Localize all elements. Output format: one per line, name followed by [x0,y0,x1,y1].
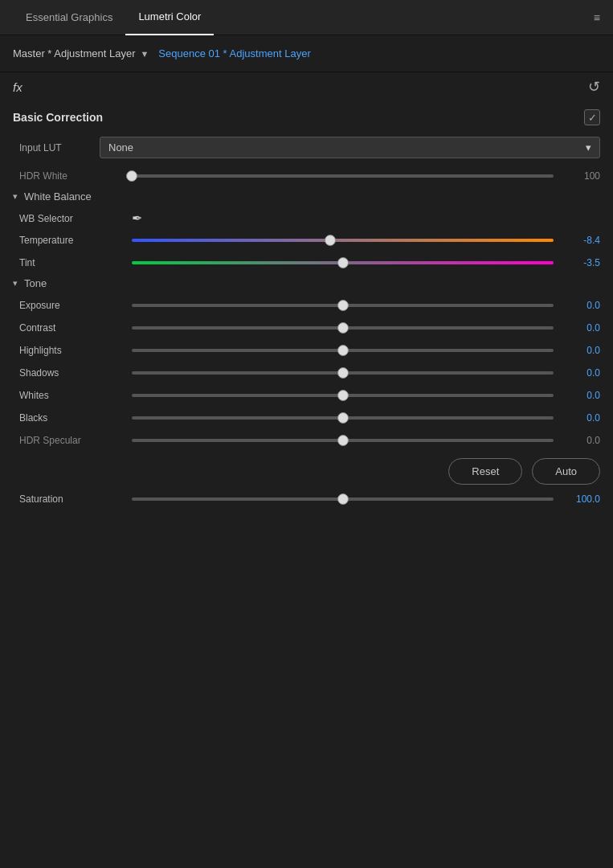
tab-lumetri-color[interactable]: Lumetri Color [125,0,214,35]
wb-selector-row: WB Selector ✒ [13,211,600,226]
tint-value: -3.5 [560,257,600,268]
layer-selector-chevron: ▼ [140,49,149,59]
eyedropper-icon[interactable]: ✒ [132,211,142,226]
hdr-specular-track [132,439,554,442]
saturation-row: Saturation 100.0 [13,491,600,507]
hdr-white-label: HDR White [19,170,132,182]
exposure-track [132,304,554,307]
exposure-row: Exposure 0.0 [13,297,600,313]
hdr-white-slider[interactable] [132,168,554,184]
shadows-value: 0.0 [560,367,600,379]
exposure-value: 0.0 [560,300,600,311]
temperature-value: -8.4 [560,235,600,246]
saturation-slider[interactable] [132,491,554,507]
white-balance-chevron: ▾ [13,191,18,202]
blacks-slider[interactable] [132,410,554,426]
tone-title: Tone [24,277,47,289]
shadows-row: Shadows 0.0 [13,365,600,381]
tint-label: Tint [19,257,132,268]
highlights-slider[interactable] [132,342,554,358]
auto-button[interactable]: Auto [532,458,600,485]
contrast-label: Contrast [19,322,132,334]
saturation-value: 100.0 [560,493,600,505]
blacks-label: Blacks [19,412,132,424]
tab-essential-graphics[interactable]: Essential Graphics [13,0,125,35]
shadows-thumb[interactable] [337,367,349,379]
input-lut-label: Input LUT [19,142,100,154]
temperature-row: Temperature -8.4 [13,232,600,248]
tone-chevron: ▾ [13,278,18,289]
lumetri-color-panel: Essential Graphics Lumetri Color ≡ Maste… [0,0,613,868]
action-buttons: Reset Auto [13,458,600,485]
whites-row: Whites 0.0 [13,387,600,403]
saturation-thumb[interactable] [337,493,349,505]
hdr-white-track [132,174,554,178]
contrast-track [132,326,554,330]
saturation-label: Saturation [19,493,132,505]
tint-slider[interactable] [132,255,554,271]
shadows-track [132,371,554,375]
temperature-slider[interactable] [132,232,554,248]
highlights-label: Highlights [19,345,132,356]
exposure-label: Exposure [19,300,132,311]
contrast-thumb[interactable] [337,322,349,334]
fx-label: fx [13,80,22,94]
hdr-specular-thumb[interactable] [337,435,349,446]
basic-correction-body: Input LUT None ▾ HDR White 100 [0,133,613,523]
header-row: Master * Adjustment Layer ▼ Sequence 01 … [0,35,613,72]
contrast-slider[interactable] [132,320,554,336]
basic-correction-header[interactable]: Basic Correction [0,101,613,133]
hdr-specular-label: HDR Specular [19,435,132,446]
layer-name: Master * Adjustment Layer [13,47,135,59]
basic-correction-checkbox[interactable] [584,109,600,125]
hdr-white-thumb[interactable] [126,170,137,182]
tint-row: Tint -3.5 [13,255,600,271]
input-lut-row: Input LUT None ▾ [13,137,600,158]
reset-button[interactable]: Reset [448,458,522,485]
blacks-thumb[interactable] [337,412,349,424]
content-area: Basic Correction Input LUT None ▾ HDR Wh… [0,101,613,868]
lut-dropdown-chevron: ▾ [586,141,591,154]
highlights-thumb[interactable] [337,345,349,356]
input-lut-dropdown[interactable]: None ▾ [100,137,600,158]
sequence-link[interactable]: Sequence 01 * Adjustment Layer [158,47,310,59]
saturation-track [132,497,554,501]
blacks-track [132,416,554,420]
hdr-specular-value: 0.0 [560,435,600,446]
white-balance-title: White Balance [24,190,92,203]
tab-bar: Essential Graphics Lumetri Color ≡ [0,0,613,35]
basic-correction-title: Basic Correction [13,111,103,124]
exposure-slider[interactable] [132,297,554,313]
tint-thumb[interactable] [337,257,349,268]
whites-slider[interactable] [132,387,554,403]
blacks-value: 0.0 [560,412,600,424]
shadows-slider[interactable] [132,365,554,381]
whites-value: 0.0 [560,390,600,401]
tint-track [132,261,554,264]
exposure-thumb[interactable] [337,300,349,311]
whites-track [132,394,554,397]
shadows-label: Shadows [19,367,132,379]
basic-correction-section: Basic Correction Input LUT None ▾ HDR Wh… [0,101,613,523]
hdr-specular-slider[interactable] [132,432,554,448]
temperature-track [132,239,554,242]
whites-thumb[interactable] [337,390,349,401]
temperature-label: Temperature [19,235,132,246]
tab-menu-icon[interactable]: ≡ [594,11,600,24]
contrast-value: 0.0 [560,322,600,334]
temperature-thumb[interactable] [325,235,336,246]
highlights-value: 0.0 [560,345,600,356]
hdr-specular-row: HDR Specular 0.0 [13,432,600,448]
white-balance-header[interactable]: ▾ White Balance [13,190,600,203]
layer-selector[interactable]: Master * Adjustment Layer ▼ [13,47,149,59]
blacks-row: Blacks 0.0 [13,410,600,426]
fx-row: fx ↺ [0,72,613,101]
highlights-track [132,349,554,352]
contrast-row: Contrast 0.0 [13,320,600,336]
whites-label: Whites [19,390,132,401]
reset-fx-icon[interactable]: ↺ [588,78,600,96]
hdr-white-value: 100 [560,170,600,182]
highlights-row: Highlights 0.0 [13,342,600,358]
tone-header[interactable]: ▾ Tone [13,277,600,289]
hdr-white-row: HDR White 100 [13,168,600,184]
